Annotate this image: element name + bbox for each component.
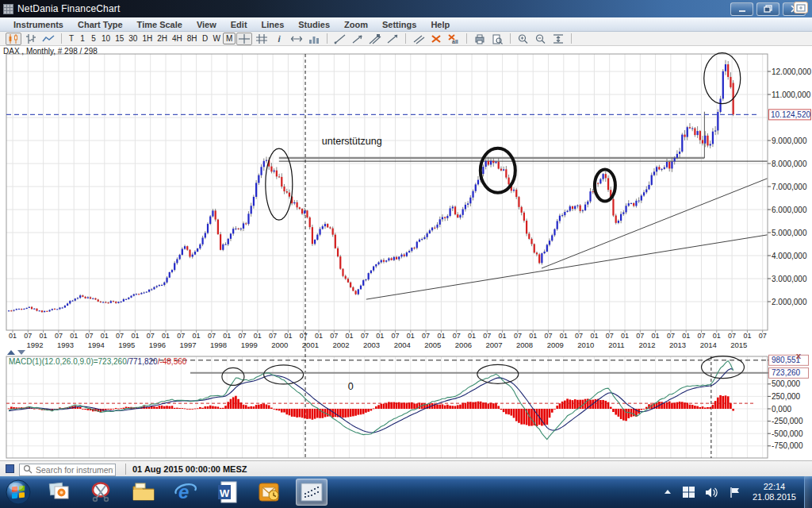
year-label: 1999 [241, 341, 258, 349]
trendline-arrow-icon[interactable] [350, 33, 366, 45]
x-tick-label: 07 [483, 332, 491, 340]
network-icon[interactable] [682, 486, 695, 498]
restore-button[interactable] [756, 2, 779, 16]
x-tick-label: 07 [759, 332, 767, 340]
timeframe-1[interactable]: 1 [77, 33, 88, 44]
ohlc-chart-icon[interactable] [23, 33, 39, 45]
line-chart-icon[interactable] [40, 33, 56, 45]
start-orb[interactable] [3, 477, 33, 507]
timeframe-d[interactable]: D [200, 33, 211, 44]
info-icon[interactable]: i [271, 33, 287, 45]
grid-icon[interactable] [254, 33, 270, 45]
close-study-icon[interactable]: x [796, 351, 802, 360]
print-preview-icon[interactable] [489, 33, 505, 45]
year-label: 2006 [455, 341, 472, 349]
netdania-chart-icon[interactable] [296, 479, 327, 506]
zoom-out-icon[interactable] [533, 33, 549, 45]
svg-text:all: all [452, 39, 458, 44]
print-icon[interactable] [472, 33, 488, 45]
scroll-down-icon[interactable] [17, 350, 25, 355]
year-label: 1992 [26, 341, 43, 349]
chart-area[interactable]: unterstützung012.000,00011.000,0009.000,… [0, 46, 812, 460]
x-tick-label: 01 [376, 332, 384, 340]
volume-icon[interactable] [306, 33, 322, 45]
minimize-button[interactable] [730, 2, 753, 16]
scroll-up-icon[interactable] [7, 350, 15, 355]
tray-expand-icon[interactable] [663, 488, 672, 496]
menu-settings[interactable]: Settings [375, 20, 423, 29]
zoom-in-icon[interactable] [515, 33, 531, 45]
timeframe-8h[interactable]: 8H [185, 33, 200, 44]
status-bar: 01 Aug 2015 00:00:00 MESZ [0, 460, 812, 476]
tray-clock[interactable]: 22:14 21.08.2015 [753, 482, 796, 502]
timeframe-30[interactable]: 30 [126, 33, 140, 44]
x-tick-label: 01 [131, 332, 139, 340]
zoom-fit-icon[interactable] [550, 33, 566, 45]
menu-bar: InstrumentsChart TypeTime ScaleViewEditL… [0, 17, 812, 32]
title-bar[interactable]: NetDania FinanceChart [0, 0, 812, 17]
svg-text:W: W [220, 487, 230, 499]
menu-lines[interactable]: Lines [255, 20, 292, 29]
current-price-label: 10.124,520 [771, 110, 810, 119]
menu-chart-type[interactable]: Chart Type [71, 20, 130, 29]
price-axis-label: 6.000,000 [772, 206, 807, 214]
toolbar-separator [571, 33, 572, 44]
delete-all-icon[interactable]: all [446, 33, 462, 45]
parallel-lines-icon[interactable] [411, 33, 427, 45]
action-center-flag-icon[interactable] [729, 487, 741, 498]
menu-time-scale[interactable]: Time Scale [130, 20, 190, 29]
timeframe-15[interactable]: 15 [113, 33, 126, 44]
timeframe-10[interactable]: 10 [99, 33, 113, 44]
candlestick-chart-icon[interactable] [6, 33, 21, 45]
popout-chart-icon[interactable] [794, 2, 808, 13]
speaker-icon[interactable] [705, 487, 719, 498]
photo-viewer-icon[interactable] [44, 479, 75, 506]
timeframe-t[interactable]: T [66, 33, 77, 44]
menu-zoom[interactable]: Zoom [337, 20, 375, 29]
timeframe-w[interactable]: W [211, 33, 223, 44]
ray-icon[interactable] [385, 33, 400, 45]
x-tick-label: 07 [391, 332, 399, 340]
channel-icon[interactable] [367, 33, 383, 45]
price-axis-label: 5.000,000 [772, 229, 807, 237]
x-tick-label: 07 [514, 332, 522, 340]
file-explorer-icon[interactable] [128, 479, 159, 506]
instrument-label: DAX , Monthly, # 298 / 298 [3, 47, 98, 56]
x-tick-label: 01 [9, 332, 17, 340]
x-tick-label: 01 [223, 332, 231, 340]
crosshair-icon[interactable] [236, 33, 252, 45]
system-tray: 22:14 21.08.2015 [658, 476, 812, 508]
menu-help[interactable]: Help [423, 20, 457, 29]
x-tick-label: 01 [346, 332, 354, 340]
show-desktop-button[interactable] [804, 476, 812, 508]
menu-edit[interactable]: Edit [224, 20, 255, 29]
menu-instruments[interactable]: Instruments [6, 20, 71, 29]
snipping-tool-icon[interactable] [86, 479, 117, 506]
year-label: 2008 [516, 341, 533, 349]
timeframe-m-selected[interactable]: M [223, 33, 236, 44]
year-label: 1996 [149, 341, 166, 349]
x-tick-label: 01 [437, 332, 445, 340]
x-tick-label: 07 [300, 332, 308, 340]
year-label: 2001 [302, 341, 319, 349]
year-label: 2011 [608, 341, 624, 349]
hscroll-icon[interactable] [289, 33, 304, 45]
menu-studies[interactable]: Studies [291, 20, 337, 29]
outlook-icon[interactable] [254, 479, 285, 506]
macd-axis-label: 500,000 [772, 379, 801, 388]
internet-explorer-icon[interactable]: e [170, 479, 201, 506]
delete-icon[interactable] [428, 33, 444, 45]
timeframe-4h[interactable]: 4H [170, 33, 185, 44]
timeframe-1h[interactable]: 1H [140, 33, 155, 44]
search-input[interactable] [19, 464, 116, 476]
menu-view[interactable]: View [190, 20, 224, 29]
text-annotation: unterstützung [322, 136, 382, 147]
year-label: 1993 [57, 341, 74, 349]
trendline-icon[interactable] [332, 33, 348, 45]
timeframe-2h[interactable]: 2H [155, 33, 170, 44]
price-axis-label: 8.000,000 [772, 160, 807, 168]
macd-axis-label: -500,000 [772, 429, 803, 438]
timeframe-5[interactable]: 5 [88, 33, 99, 44]
word-icon[interactable]: W [212, 479, 243, 506]
year-label: 2013 [669, 341, 686, 349]
